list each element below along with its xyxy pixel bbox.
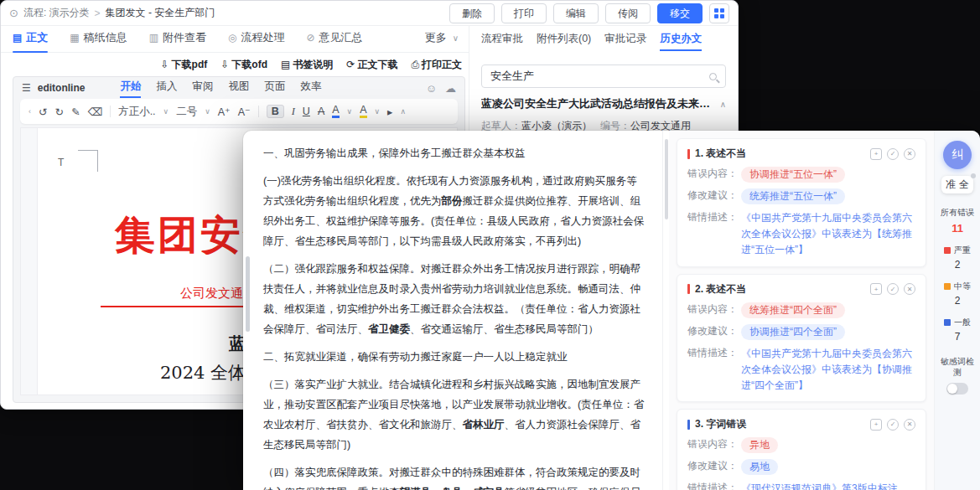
search-input[interactable] [490,70,709,83]
sheet-icon: ▦ [70,32,79,44]
ignore-icon[interactable]: ✕ [904,148,915,160]
severity-count: 7 [944,331,971,343]
download-ofd-button[interactable]: ⇩ 下载ofd [220,58,267,72]
cloud-icon[interactable]: ☁ [445,82,456,95]
editor-gutter [21,128,38,395]
severity-count: 2 [944,259,971,271]
download-pdf-button[interactable]: ⇩ 下载pdf [161,58,208,72]
tab-history-docs[interactable]: 历史办文 [660,32,702,53]
font-family-select[interactable]: 方正小.. [118,105,155,119]
breadcrumb-prefix: 流程: 演示分类 [23,6,90,20]
proofread-document[interactable]: 一、巩固劳务输出成果，保障外出务工搬迁群众基本权益(一)强化劳务输出组织化程度。… [243,131,662,490]
adopt-icon[interactable]: + [870,148,882,160]
severity-stat[interactable]: 严重2 [944,245,971,271]
font-size-select[interactable]: 二号 [176,105,197,119]
tab-attachment-view[interactable]: ▥ 附件查看 [149,30,206,52]
chevron-up-icon[interactable]: ∧ [720,100,726,109]
ignore-icon[interactable]: ✕ [904,283,915,295]
document-scrollbar[interactable] [662,131,669,490]
severity-bar [687,284,690,294]
description-label: 错情描述： [687,481,741,490]
error-content-label: 错误内容： [687,437,741,451]
grow-font-icon[interactable]: A⁺ [218,106,231,118]
adopt-icon[interactable]: + [870,419,882,431]
transfer-button[interactable]: 移交 [657,3,703,23]
tab-process-approval[interactable]: 流程审批 [481,32,523,53]
ribbon-tab-review[interactable]: 审阅 [192,80,213,96]
hamburger-menu-icon[interactable]: ☰ [22,82,31,94]
undo-icon[interactable]: ↺ [39,106,47,118]
page-corner-mark [78,150,98,172]
error-card[interactable]: 2. 表述不当 + ✓ ✕ 错误内容：统筹推进“四个全面” 修改建议：协调推进“… [677,274,926,403]
error-card[interactable]: 1. 表述不当 + ✓ ✕ 错误内容：协调推进“五位一体” 修改建议：统筹推进“… [677,138,926,267]
all-errors-label: 所有错误 [941,207,974,219]
batch-accept-widget[interactable]: 准全 [941,176,973,193]
ribbon-tab-insert[interactable]: 插入 [156,80,177,96]
apps-grid-icon[interactable] [709,3,729,23]
print-body-button[interactable]: ⎙ 打印正文 [411,58,462,72]
error-card[interactable]: 3. 字词错误 + ✓ ✕ 错误内容：异地 修改建议：易地 错情描述：《现代汉语… [677,409,926,490]
sensitive-check-toggle[interactable] [946,383,968,395]
search-icon[interactable] [709,73,717,80]
print-button[interactable]: 打印 [501,3,547,23]
refresh-icon: ⟳ [346,59,355,70]
text-cursor-mark: T [58,157,64,168]
severity-label: 中等 [954,281,971,292]
proofread-rail: 纠 准全 所有错误 11 严重2中等2一般7 敏感词检测 [935,131,980,490]
more-menu[interactable]: 更多 ∨ [425,30,459,52]
italic-button[interactable]: I [292,106,295,118]
fix-assistant-button[interactable]: 纠 [943,141,972,169]
description-label: 错情描述： [687,346,741,360]
flow-icon: ⊙ [9,7,18,19]
document-left-scrollbar[interactable] [246,256,250,332]
ribbon-tab-start[interactable]: 开始 [120,80,141,96]
collapse-left-icon[interactable]: ‹ [29,107,31,116]
toolbar-overflow-icon[interactable]: ▸ [387,106,392,118]
tab-body-text[interactable]: ▤ 正文 [13,30,48,52]
doc-paragraph: （二）强化跟踪服务和权益保障。对搬迁群众外出务工情况按月进行跟踪，明确帮扶责任人… [263,259,647,339]
suggestion-value: 协调推进“四个全面” [741,324,845,340]
tab-draft-info[interactable]: ▦ 稿纸信息 [70,30,127,52]
severity-stat[interactable]: 一般7 [944,317,971,343]
accept-icon[interactable]: ✓ [887,419,899,431]
tab-attachment-list[interactable]: 附件列表(0) [537,32,591,53]
circulate-button[interactable]: 传阅 [605,3,651,23]
adopt-icon[interactable]: + [870,283,882,295]
tab-opinion-summary[interactable]: ⊘ 意见汇总 [307,30,363,52]
ribbon-tab-page[interactable]: 页面 [264,80,285,96]
collapse-toolbar-icon[interactable]: ∧ [400,107,406,116]
tab-process-handle[interactable]: ◎ 流程处理 [228,30,284,52]
chevron-down-icon: ∨ [163,107,169,116]
proofread-window: 一、巩固劳务输出成果，保障外出务工搬迁群众基本权益(一)强化劳务输出组织化程度。… [243,131,980,490]
strikethrough-button[interactable]: A [318,106,324,117]
shrink-font-icon[interactable]: A⁻ [238,106,251,118]
font-color-button[interactable]: A [332,105,339,118]
description-value: 《中国共产党第十九届中央委员会第六次全体会议公报》中该表述为【协调推进“四个全面… [741,346,915,395]
error-title: 1. 表述不当 [695,147,746,161]
highlight-color-button[interactable]: A [360,105,366,118]
clear-format-icon[interactable]: ⌫ [87,106,102,118]
opinion-icon: ⊘ [307,32,315,44]
ribbon-tab-efficiency[interactable]: 效率 [300,80,321,96]
edit-button[interactable]: 编辑 [553,3,599,23]
bold-button[interactable]: B [267,105,284,118]
format-painter-icon[interactable]: ✎ [71,106,80,118]
accept-icon[interactable]: ✓ [887,148,899,160]
severity-label: 一般 [954,317,971,328]
suggestion-value: 易地 [741,459,778,475]
ribbon-tab-view[interactable]: 视图 [228,80,249,96]
redo-icon[interactable]: ↻ [54,106,63,118]
chevron-down-icon: ∨ [205,107,210,116]
underline-button[interactable]: U [303,106,310,117]
assistant-icon[interactable]: ☺ [426,82,437,95]
document-tabbar: ▤ 正文 ▦ 稿纸信息 ▥ 附件查看 ◎ 流程处理 ⊘ 意见汇总 更多 ∨ [1,26,469,53]
accept-icon[interactable]: ✓ [887,283,899,295]
tab-approval-record[interactable]: 审批记录 [604,32,646,53]
severity-swatch [944,247,951,254]
body-download-button[interactable]: ⟳ 正文下载 [346,58,397,72]
ignore-icon[interactable]: ✕ [904,419,915,431]
delete-button[interactable]: 删除 [449,3,495,23]
severity-stat[interactable]: 中等2 [944,281,971,307]
history-search-box[interactable] [481,64,726,88]
bookmark-help-button[interactable]: ▤ 书签说明 [281,58,333,72]
